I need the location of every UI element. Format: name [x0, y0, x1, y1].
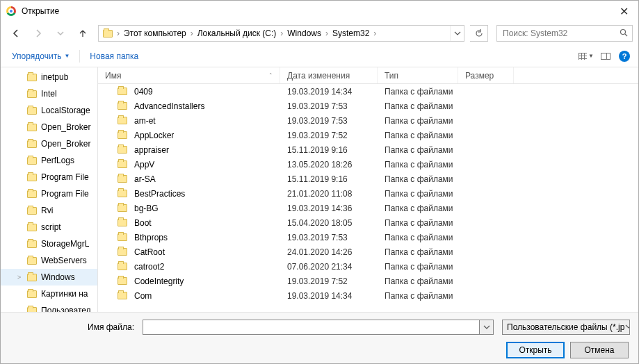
- folder-icon: [118, 219, 127, 226]
- sidebar-item[interactable]: Open_Broker: [1, 135, 97, 152]
- refresh-button[interactable]: [470, 25, 488, 42]
- sidebar-item[interactable]: inetpub: [1, 69, 97, 85]
- sidebar-item[interactable]: Картинки на: [1, 286, 97, 302]
- title-bar: Открытие ✕: [1, 1, 638, 22]
- sidebar-item[interactable]: LocalStorage: [1, 102, 97, 119]
- chevron-down-icon: [624, 322, 630, 333]
- file-name: bg-BG: [134, 204, 159, 213]
- table-row[interactable]: AppV13.05.2020 18:26Папка с файлами: [98, 157, 638, 172]
- table-row[interactable]: CatRoot24.01.2020 14:26Папка с файлами: [98, 245, 638, 259]
- folder-icon: [27, 207, 37, 215]
- file-date: 15.04.2020 18:05: [280, 218, 378, 228]
- folder-icon: [27, 257, 37, 265]
- folder-icon: [118, 263, 127, 270]
- breadcrumb-item[interactable]: Этот компьютер: [121, 28, 189, 38]
- folder-icon: [27, 157, 37, 165]
- open-button[interactable]: Открыть: [506, 342, 565, 358]
- file-type-filter[interactable]: Пользовательские файлы (*.jp: [502, 320, 630, 335]
- file-date: 19.03.2019 14:34: [280, 87, 378, 97]
- table-row[interactable]: ar-SA15.11.2019 9:16Папка с файлами: [98, 172, 638, 186]
- table-row[interactable]: AppLocker19.03.2019 7:52Папка с файлами: [98, 128, 638, 142]
- sidebar-item-label: PerfLogs: [41, 156, 74, 165]
- sidebar-item-label: Program File: [41, 172, 89, 182]
- sidebar-item-label: Program File: [41, 189, 89, 199]
- column-type[interactable]: Тип: [378, 67, 458, 83]
- filter-label: Пользовательские файлы (*.jp: [507, 322, 624, 332]
- file-name: Com: [134, 291, 152, 301]
- sidebar-item[interactable]: WebServers: [1, 252, 97, 269]
- search-input[interactable]: [501, 28, 620, 39]
- table-row[interactable]: bg-BG19.03.2019 14:36Папка с файлами: [98, 201, 638, 215]
- new-folder-button[interactable]: Новая папка: [87, 49, 141, 64]
- footer: Имя файла: Пользовательские файлы (*.jp …: [1, 312, 638, 364]
- file-date: 19.03.2019 7:52: [280, 276, 378, 286]
- folder-icon: [27, 174, 37, 181]
- table-row[interactable]: Boot15.04.2020 18:05Папка с файлами: [98, 215, 638, 230]
- sidebar-item[interactable]: PerfLogs: [1, 152, 97, 169]
- forward-button[interactable]: [29, 25, 48, 42]
- sidebar-item[interactable]: Program File: [1, 185, 97, 202]
- folder-icon: [27, 90, 37, 98]
- sidebar-item[interactable]: Program File: [1, 169, 97, 185]
- file-date: 07.06.2020 21:34: [280, 262, 378, 272]
- file-type: Папка с файлами: [378, 233, 458, 242]
- column-headers: Имя˄ Дата изменения Тип Размер: [98, 67, 638, 84]
- up-button[interactable]: [73, 25, 92, 42]
- file-name: Bthprops: [134, 233, 168, 242]
- table-row[interactable]: AdvancedInstallers19.03.2019 7:53Папка с…: [98, 99, 638, 113]
- column-date[interactable]: Дата изменения: [280, 67, 378, 83]
- cancel-button[interactable]: Отмена: [570, 342, 629, 358]
- file-type: Папка с файлами: [378, 189, 458, 199]
- file-type: Папка с файлами: [378, 87, 458, 97]
- table-row[interactable]: catroot207.06.2020 21:34Папка с файлами: [98, 259, 638, 274]
- sidebar-item[interactable]: Пользовател: [1, 302, 97, 312]
- help-button[interactable]: ?: [619, 51, 630, 62]
- table-row[interactable]: Com19.03.2019 14:34Папка с файлами: [98, 288, 638, 303]
- sidebar[interactable]: inetpubIntelLocalStorageOpen_BrokerOpen_…: [1, 67, 98, 312]
- file-date: 24.01.2020 14:26: [280, 247, 378, 257]
- sidebar-item-label: script: [41, 222, 61, 232]
- table-row[interactable]: appraiser15.11.2019 9:16Папка с файлами: [98, 142, 638, 157]
- sidebar-item[interactable]: Intel: [1, 85, 97, 102]
- recent-dropdown[interactable]: [51, 25, 70, 42]
- table-row[interactable]: 040919.03.2019 14:34Папка с файлами: [98, 84, 638, 99]
- folder-icon: [118, 160, 127, 168]
- address-dropdown[interactable]: [450, 26, 464, 41]
- sidebar-item[interactable]: StorageMgrL: [1, 235, 97, 252]
- file-type: Папка с файлами: [378, 101, 458, 111]
- column-name[interactable]: Имя˄: [98, 67, 280, 83]
- address-bar[interactable]: › Этот компьютер›Локальный диск (C:)›Win…: [98, 25, 464, 42]
- preview-pane-button[interactable]: [597, 48, 615, 65]
- close-button[interactable]: ✕: [615, 3, 633, 19]
- sidebar-item-label: LocalStorage: [41, 106, 90, 115]
- table-row[interactable]: Bthprops19.03.2019 7:53Папка с файлами: [98, 230, 638, 245]
- filename-combo[interactable]: [143, 320, 494, 335]
- search-box[interactable]: [496, 25, 633, 42]
- preview-pane-icon: [601, 53, 610, 60]
- file-name: AdvancedInstallers: [134, 101, 204, 111]
- folder-icon: [118, 248, 127, 256]
- sidebar-item[interactable]: >Windows: [1, 269, 97, 286]
- table-row[interactable]: BestPractices21.01.2020 11:08Папка с фай…: [98, 186, 638, 201]
- sidebar-item[interactable]: script: [1, 219, 97, 235]
- nav-row: › Этот компьютер›Локальный диск (C:)›Win…: [1, 22, 638, 45]
- file-list[interactable]: 040919.03.2019 14:34Папка с файламиAdvan…: [98, 84, 638, 312]
- table-row[interactable]: am-et19.03.2019 7:53Папка с файлами: [98, 113, 638, 128]
- table-row[interactable]: CodeIntegrity19.03.2019 7:52Папка с файл…: [98, 274, 638, 288]
- filename-input[interactable]: [143, 320, 480, 335]
- sidebar-item[interactable]: Rvi: [1, 202, 97, 219]
- folder-icon: [27, 290, 37, 298]
- expand-icon[interactable]: >: [17, 274, 21, 281]
- breadcrumb-item[interactable]: System32: [330, 28, 372, 38]
- organize-menu[interactable]: Упорядочить ▼: [9, 49, 72, 64]
- view-mode-button[interactable]: ▼: [577, 48, 595, 65]
- new-folder-label: Новая папка: [90, 51, 138, 61]
- sidebar-item-label: WebServers: [41, 256, 87, 265]
- back-button[interactable]: [6, 25, 26, 42]
- filename-dropdown[interactable]: [480, 320, 494, 335]
- sidebar-item[interactable]: Open_Broker: [1, 119, 97, 135]
- breadcrumb-item[interactable]: Локальный диск (C:): [195, 28, 280, 38]
- breadcrumb-item[interactable]: Windows: [284, 28, 324, 38]
- file-name: catroot2: [134, 262, 164, 272]
- column-size[interactable]: Размер: [458, 67, 514, 83]
